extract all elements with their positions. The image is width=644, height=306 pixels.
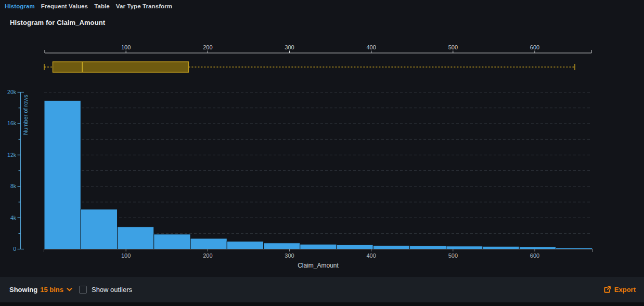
svg-text:4k: 4k [10,215,17,221]
bins-dropdown[interactable]: 15 bins [40,286,72,294]
y-gridlines [44,92,592,234]
bins-value: 15 bins [40,286,63,294]
svg-text:500: 500 [448,252,458,259]
bottom-edge-strip [0,302,644,306]
footer-right-controls: Export [603,286,636,294]
show-outliers-label: Show outliers [92,286,132,294]
svg-text:100: 100 [121,252,131,259]
svg-text:400: 400 [366,252,376,259]
svg-text:Claim_Amount: Claim_Amount [298,262,339,269]
svg-text:8k: 8k [10,183,17,189]
svg-text:600: 600 [530,252,539,259]
export-button[interactable]: Export [603,286,636,294]
top-scale-axis: 100200300400500600 [45,44,591,53]
svg-text:200: 200 [203,44,212,50]
svg-text:20k: 20k [7,89,17,95]
svg-text:16k: 16k [7,120,17,126]
boxplot [44,62,575,72]
showing-label: Showing [9,286,37,294]
svg-text:0: 0 [13,246,16,252]
svg-text:300: 300 [285,252,294,259]
chevron-down-icon [67,288,72,291]
svg-text:400: 400 [366,44,376,50]
svg-text:12k: 12k [7,152,17,158]
svg-text:600: 600 [530,44,539,50]
histogram-bars [44,100,593,249]
y-axis: 04k8k12k16k20kNumber of rows [7,89,29,252]
export-icon [603,286,611,294]
footer-left-controls: Showing 15 bins Show outliers [9,286,132,294]
footer-bar: Showing 15 bins Show outliers Export [0,277,644,302]
svg-text:100: 100 [121,44,131,50]
histogram-chart: 100200300400500600 04k8k12k16k20kNumber … [0,0,644,277]
svg-text:500: 500 [448,44,458,50]
x-axis: 100200300400500600Claim_Amount [44,249,593,270]
export-label: Export [614,286,636,294]
show-outliers-checkbox[interactable] [79,286,87,294]
svg-text:200: 200 [203,252,212,259]
svg-text:300: 300 [285,44,294,50]
svg-text:Number of rows: Number of rows [22,95,29,135]
